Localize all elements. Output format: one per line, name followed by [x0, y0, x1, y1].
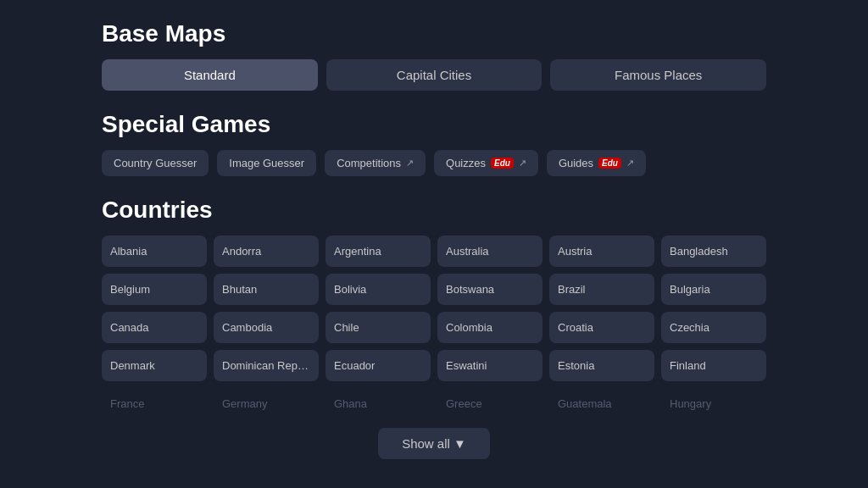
country-button: Hungary — [661, 388, 766, 419]
countries-grid: AlbaniaAndorraArgentinaAustraliaAustriaB… — [102, 236, 766, 419]
special-game-button-country-guesser[interactable]: Country Guesser — [102, 150, 209, 176]
country-button[interactable]: Austria — [549, 236, 654, 267]
country-button[interactable]: Bhutan — [214, 274, 319, 305]
country-button[interactable]: Canada — [102, 312, 207, 343]
country-button: Ghana — [326, 388, 431, 419]
special-games-title: Special Games — [102, 111, 766, 138]
country-button[interactable]: Eswatini — [437, 350, 542, 381]
country-button: Greece — [437, 388, 542, 419]
special-games-buttons: Country GuesserImage GuesserCompetitions… — [102, 150, 766, 176]
special-game-button-image-guesser[interactable]: Image Guesser — [217, 150, 316, 176]
country-button[interactable]: Dominican Repu... — [214, 350, 319, 381]
country-button: Guatemala — [549, 388, 654, 419]
country-button[interactable]: Estonia — [549, 350, 654, 381]
country-button[interactable]: Brazil — [549, 274, 654, 305]
country-button[interactable]: Denmark — [102, 350, 207, 381]
country-button[interactable]: Bolivia — [326, 274, 431, 305]
base-maps-section: Base Maps StandardCapital CitiesFamous P… — [102, 20, 766, 91]
special-game-button-guides[interactable]: GuidesEdu↗ — [547, 150, 646, 176]
country-button[interactable]: Andorra — [214, 236, 319, 267]
country-button[interactable]: Croatia — [549, 312, 654, 343]
country-button[interactable]: Chile — [326, 312, 431, 343]
country-button[interactable]: Albania — [102, 236, 207, 267]
base-map-button-capital-cities[interactable]: Capital Cities — [326, 59, 542, 91]
country-button[interactable]: Czechia — [661, 312, 766, 343]
base-map-button-standard[interactable]: Standard — [102, 59, 318, 91]
country-button[interactable]: Australia — [437, 236, 542, 267]
base-maps-buttons: StandardCapital CitiesFamous Places — [102, 59, 766, 91]
base-map-button-famous-places[interactable]: Famous Places — [550, 59, 766, 91]
country-button[interactable]: Cambodia — [214, 312, 319, 343]
country-button[interactable]: Colombia — [437, 312, 542, 343]
country-button[interactable]: Ecuador — [326, 350, 431, 381]
country-button: France — [102, 388, 207, 419]
base-maps-title: Base Maps — [102, 20, 766, 47]
country-button: Germany — [214, 388, 319, 419]
countries-title: Countries — [102, 197, 766, 224]
show-all-button[interactable]: Show all ▼ — [378, 428, 490, 459]
countries-section: Countries AlbaniaAndorraArgentinaAustral… — [102, 197, 766, 459]
country-button[interactable]: Finland — [661, 350, 766, 381]
country-button[interactable]: Botswana — [437, 274, 542, 305]
country-button[interactable]: Belgium — [102, 274, 207, 305]
country-button[interactable]: Argentina — [326, 236, 431, 267]
special-game-button-competitions[interactable]: Competitions↗ — [325, 150, 426, 176]
special-game-button-quizzes[interactable]: QuizzesEdu↗ — [434, 150, 538, 176]
country-button[interactable]: Bangladesh — [661, 236, 766, 267]
special-games-section: Special Games Country GuesserImage Guess… — [102, 111, 766, 176]
country-button[interactable]: Bulgaria — [661, 274, 766, 305]
